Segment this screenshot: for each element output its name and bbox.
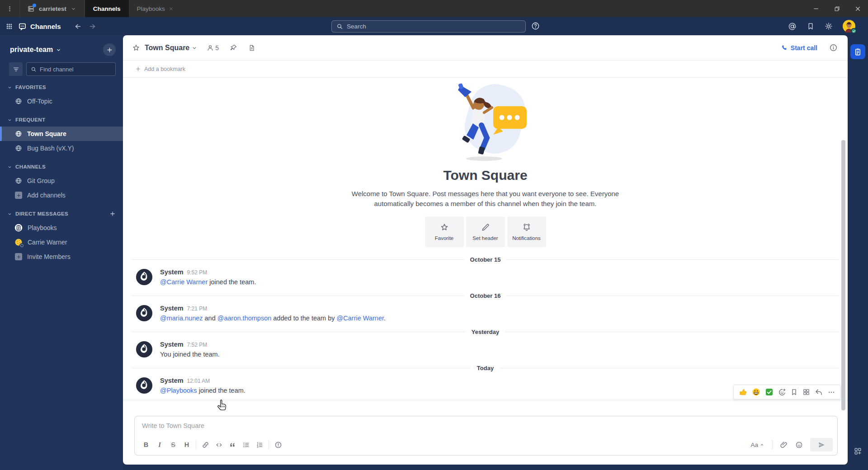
sidebar-item-playbooks-dm[interactable]: Playbooks xyxy=(0,221,123,235)
quote-button[interactable] xyxy=(226,438,239,451)
user-avatar-button[interactable] xyxy=(843,20,855,33)
date-divider: Today xyxy=(123,362,848,374)
channel-title-menu[interactable]: Town Square xyxy=(145,44,198,52)
star-icon xyxy=(440,223,449,232)
apps-grid-button[interactable] xyxy=(854,447,862,456)
team-menu-button[interactable]: private-team xyxy=(10,46,61,54)
system-message: System7:52 PM You joined the team. xyxy=(123,338,848,362)
settings-gear-button[interactable] xyxy=(825,22,833,30)
toggle-formatting-button[interactable]: Aa xyxy=(747,442,768,448)
mentions-button[interactable] xyxy=(788,22,797,31)
find-channel-input[interactable] xyxy=(40,66,111,73)
sender-name: System xyxy=(160,376,184,385)
add-dm-plus-button[interactable] xyxy=(109,211,116,217)
close-tab-icon[interactable] xyxy=(169,6,174,11)
sidebar-item-carrie-warner[interactable]: Carrie Warner xyxy=(0,235,123,249)
scrollbar-thumb[interactable] xyxy=(841,140,845,410)
reply-button[interactable] xyxy=(815,388,823,396)
server-switcher[interactable]: carrietest xyxy=(20,0,85,17)
save-message-button[interactable] xyxy=(790,388,798,396)
message-priority-button[interactable] xyxy=(271,438,285,451)
section-frequent[interactable]: FREQUENT xyxy=(0,113,123,127)
attach-file-button[interactable] xyxy=(777,438,790,451)
restore-button[interactable] xyxy=(826,0,847,17)
message-actions-button[interactable] xyxy=(802,388,810,396)
search-input[interactable] xyxy=(347,23,521,30)
intro-notifications-button[interactable]: Notifications xyxy=(507,216,546,247)
message-composer[interactable]: B I S H Aa xyxy=(134,416,838,456)
product-title: Channels xyxy=(18,22,61,31)
emoji-picker-button[interactable] xyxy=(792,438,806,451)
message-text: @Playbooks joined the team. xyxy=(160,385,245,395)
intro-welcome-text: Welcome to Town Square. Post messages he… xyxy=(123,189,848,209)
channel-info-button[interactable] xyxy=(829,43,838,52)
check-mark-reaction-button[interactable] xyxy=(765,388,774,396)
code-button[interactable] xyxy=(212,438,226,451)
more-actions-button[interactable] xyxy=(827,388,835,396)
sidebar-item-town-square[interactable]: Town Square xyxy=(0,127,123,141)
bold-button[interactable]: B xyxy=(139,438,153,451)
saved-posts-button[interactable] xyxy=(807,22,815,30)
mention-link[interactable]: @Carrie Warner xyxy=(160,278,208,286)
sidebar-item-off-topic[interactable]: Off-Topic xyxy=(0,94,123,108)
section-direct-messages[interactable]: DIRECT MESSAGES xyxy=(0,207,123,221)
message-input[interactable] xyxy=(135,416,837,429)
minimize-button[interactable] xyxy=(806,0,826,17)
toolbar-divider xyxy=(269,440,269,449)
sidebar-item-invite-members[interactable]: Invite Members xyxy=(0,249,123,264)
link-button[interactable] xyxy=(198,438,212,451)
arrow-left-icon xyxy=(74,23,82,30)
grinning-reaction-button[interactable] xyxy=(752,388,760,396)
send-message-button[interactable] xyxy=(810,438,833,451)
mention-link[interactable]: @Carrie Warner xyxy=(337,315,384,322)
globe-icon xyxy=(15,145,22,152)
globe-icon xyxy=(15,98,22,105)
find-channel-box[interactable] xyxy=(26,62,116,76)
pinned-posts-button[interactable] xyxy=(230,44,237,52)
history-back-button[interactable] xyxy=(71,19,85,33)
history-forward-button[interactable] xyxy=(85,19,100,33)
button-label: Set header xyxy=(472,235,498,241)
message-text: @Carrie Warner joined the team. xyxy=(160,277,256,287)
favorite-star-button[interactable] xyxy=(132,44,140,52)
thumbs-up-reaction-button[interactable] xyxy=(739,388,747,396)
channel-files-button[interactable] xyxy=(248,44,255,52)
heading-button[interactable]: H xyxy=(180,438,193,451)
channel-filter-button[interactable] xyxy=(9,62,23,76)
mention-link[interactable]: @Playbooks xyxy=(160,387,197,394)
numbered-list-button[interactable] xyxy=(253,438,266,451)
sidebar-item-bug-bash[interactable]: Bug Bash (vX.Y) xyxy=(0,141,123,155)
add-reaction-button[interactable] xyxy=(778,388,786,396)
mention-link[interactable]: @aaron.thompson xyxy=(217,315,272,322)
italic-button[interactable]: I xyxy=(153,438,166,451)
plus-box-icon xyxy=(15,192,22,199)
toolbar-divider xyxy=(772,440,773,449)
section-channels[interactable]: CHANNELS xyxy=(0,160,123,174)
tab-playbooks[interactable]: Playbooks xyxy=(129,0,182,17)
global-search[interactable] xyxy=(331,20,526,33)
help-button[interactable] xyxy=(531,22,540,30)
member-count: 5 xyxy=(215,44,219,52)
bulleted-list-button[interactable] xyxy=(239,438,253,451)
playbooks-app-button[interactable] xyxy=(850,44,865,59)
close-button[interactable] xyxy=(847,0,868,17)
intro-set-header-button[interactable]: Set header xyxy=(466,216,505,247)
mention-link[interactable]: @maria.nunez xyxy=(160,315,203,322)
section-label: CHANNELS xyxy=(15,164,46,169)
sidebar-item-git-group[interactable]: Git Group xyxy=(0,174,123,188)
tab-channels[interactable]: Channels xyxy=(85,0,129,17)
playbooks-bot-avatar xyxy=(14,224,23,232)
app-menu-button[interactable] xyxy=(0,0,20,17)
system-avatar xyxy=(136,305,153,322)
product-switcher-button[interactable] xyxy=(0,17,18,35)
sidebar-item-add-channels[interactable]: Add channels xyxy=(0,188,123,202)
channel-label: Add channels xyxy=(27,192,66,199)
section-favorites[interactable]: FAVORITES xyxy=(0,80,123,94)
add-bookmark-button[interactable]: Add a bookmark xyxy=(123,61,848,78)
add-channel-plus-button[interactable] xyxy=(103,43,116,56)
strikethrough-button[interactable]: S xyxy=(166,438,180,451)
intro-favorite-button[interactable]: Favorite xyxy=(425,216,464,247)
start-call-button[interactable]: Start call xyxy=(781,44,817,52)
channel-label: Bug Bash (vX.Y) xyxy=(27,145,74,152)
members-button[interactable]: 5 xyxy=(207,44,219,52)
